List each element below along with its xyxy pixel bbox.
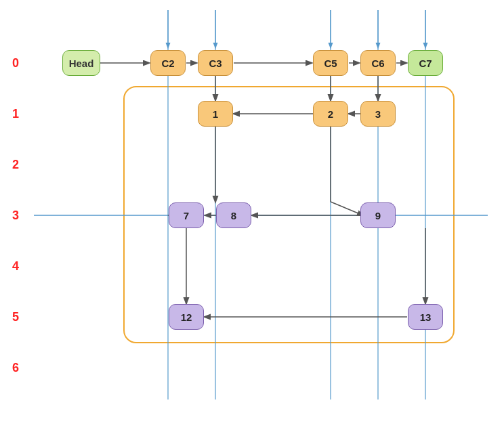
node-8: 8 — [216, 202, 251, 228]
node-2: 2 — [313, 101, 348, 127]
node-c3: C3 — [198, 50, 233, 76]
node-c6: C6 — [360, 50, 396, 76]
node-13: 13 — [408, 304, 443, 330]
node-c2: C2 — [150, 50, 186, 76]
node-c7: C7 — [408, 50, 443, 76]
node-9: 9 — [360, 202, 396, 228]
node-12: 12 — [169, 304, 204, 330]
diagram: 0 1 2 3 4 5 6 Head C2 C3 C5 C6 C7 1 2 3 … — [0, 0, 504, 432]
node-c5: C5 — [313, 50, 348, 76]
node-3: 3 — [360, 101, 396, 127]
node-1: 1 — [198, 101, 233, 127]
node-7: 7 — [169, 202, 204, 228]
node-head: Head — [62, 50, 100, 76]
svg-line-22 — [331, 202, 363, 215]
